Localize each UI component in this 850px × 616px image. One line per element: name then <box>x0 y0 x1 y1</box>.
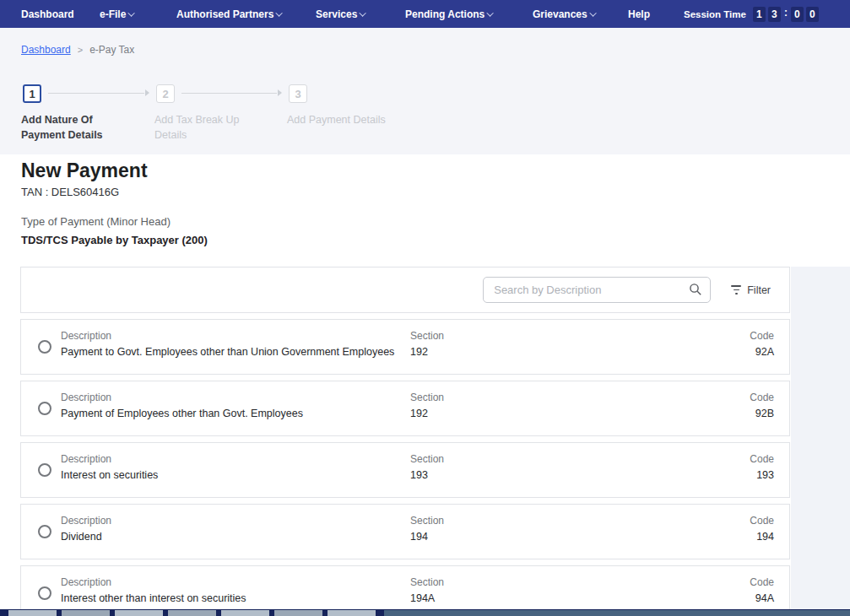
section-value: 194A <box>410 592 673 604</box>
step-2-label: Add Tax Break Up Details <box>154 112 260 143</box>
section-label: Section <box>410 330 673 342</box>
description-cell: DescriptionInterest on securities <box>61 443 410 497</box>
code-value: 94A <box>673 592 774 604</box>
breadcrumb-dashboard-link[interactable]: Dashboard <box>21 44 71 56</box>
code-value: 194 <box>673 531 774 543</box>
description-value: Dividend <box>61 531 410 543</box>
section-label: Section <box>410 576 673 588</box>
section-value: 194 <box>410 531 673 543</box>
code-label: Code <box>673 392 774 403</box>
chevron-down-icon <box>360 9 366 16</box>
session-timer: Session Time 13:00 <box>684 0 819 28</box>
section-label: Section <box>410 515 673 527</box>
section-cell: Section193 <box>410 443 673 497</box>
nav-item-label: Pending Actions <box>405 8 485 20</box>
section-cell: Section192 <box>410 320 673 374</box>
taskbar-segment <box>384 610 850 616</box>
search-icon[interactable] <box>689 283 702 296</box>
taskbar-segment <box>115 610 163 616</box>
breadcrumb: Dashboard > e-Pay Tax <box>21 44 134 56</box>
description-value: Payment of Employees other than Govt. Em… <box>61 408 410 419</box>
taskbar-segment <box>274 610 322 616</box>
code-label: Code <box>673 515 774 527</box>
taskbar-segment <box>221 610 269 616</box>
breadcrumb-current: e-Pay Tax <box>89 44 134 56</box>
code-cell: Code92B <box>673 381 774 435</box>
nav-item-e-file[interactable]: e-File <box>100 0 135 28</box>
session-timer-digits: 13:00 <box>753 7 819 22</box>
nav-item-authorised-partners[interactable]: Authorised Partners <box>176 0 283 28</box>
nav-item-label: Services <box>316 8 357 20</box>
description-label: Description <box>61 515 410 527</box>
taskbar-segment <box>168 610 216 616</box>
description-label: Description <box>61 453 410 465</box>
table-row[interactable]: DescriptionInterest other than interest … <box>20 565 790 616</box>
filter-button[interactable]: Filter <box>731 284 771 296</box>
step-connector <box>48 93 144 94</box>
step-3-box: 3 <box>289 84 307 103</box>
search-input[interactable] <box>483 277 711 303</box>
step-1-label: Add Nature Of Payment Details <box>21 112 127 143</box>
code-cell: Code193 <box>673 443 774 497</box>
description-label: Description <box>61 330 410 342</box>
row-radio-button[interactable] <box>38 402 51 415</box>
section-value: 192 <box>410 408 673 419</box>
section-label: Section <box>410 453 673 465</box>
table-row[interactable]: DescriptionPayment of Employees other th… <box>20 381 790 436</box>
nav-item-services[interactable]: Services <box>316 0 366 28</box>
nav-item-label: Authorised Partners <box>176 8 273 20</box>
timer-digit: 0 <box>791 7 804 22</box>
taskbar-segment <box>62 610 110 616</box>
step-3-label: Add Payment Details <box>287 112 393 127</box>
row-radio-button[interactable] <box>38 340 51 354</box>
chevron-down-icon <box>487 9 494 16</box>
code-value: 193 <box>673 469 774 481</box>
description-value: Interest other than interest on securiti… <box>61 592 410 604</box>
search-field-wrap <box>483 277 711 303</box>
page-title: New Payment <box>21 159 148 182</box>
chevron-down-icon <box>276 9 283 16</box>
section-cell: Section192 <box>410 381 673 435</box>
chevron-down-icon <box>589 9 596 16</box>
nav-item-dashboard[interactable]: Dashboard <box>21 0 74 28</box>
filter-label: Filter <box>747 284 771 296</box>
nav-item-grievances[interactable]: Grievances <box>533 0 597 28</box>
filter-icon <box>731 285 741 294</box>
section-cell: Section194 <box>410 505 673 559</box>
description-label: Description <box>61 576 410 588</box>
description-value: Interest on securities <box>61 469 410 481</box>
step-connector-arrow-icon <box>278 89 282 96</box>
description-cell: DescriptionPayment of Employees other th… <box>61 381 410 435</box>
step-connector-arrow-icon <box>145 89 149 96</box>
section-label: Section <box>410 392 673 403</box>
code-label: Code <box>673 330 774 342</box>
taskbar-edge <box>0 609 850 616</box>
nav-item-label: e-File <box>100 8 126 20</box>
step-connector <box>181 93 277 94</box>
nav-item-label: Dashboard <box>21 8 74 20</box>
nav-item-label: Grievances <box>533 8 587 20</box>
code-value: 92A <box>673 346 774 358</box>
nav-item-help[interactable]: Help <box>628 0 650 28</box>
row-radio-button[interactable] <box>38 586 51 600</box>
taskbar-segment <box>328 610 376 616</box>
code-cell: Code92A <box>673 320 774 374</box>
minor-head-label: Type of Payment (Minor Head) <box>21 215 171 228</box>
right-gutter <box>791 267 850 609</box>
table-row[interactable]: DescriptionInterest on securitiesSection… <box>20 442 790 498</box>
session-time-label: Session Time <box>684 9 746 19</box>
row-radio-button[interactable] <box>38 525 51 538</box>
table-row[interactable]: DescriptionPayment to Govt. Employees ot… <box>20 319 790 375</box>
top-navbar: Dashboarde-FileAuthorised PartnersServic… <box>0 0 850 28</box>
description-cell: DescriptionPayment to Govt. Employees ot… <box>61 320 410 374</box>
minor-head-value: TDS/TCS Payable by Taxpayer (200) <box>21 234 208 246</box>
timer-colon: : <box>783 7 788 22</box>
row-radio-button[interactable] <box>38 463 51 477</box>
section-value: 193 <box>410 469 673 481</box>
step-1-box: 1 <box>23 84 41 103</box>
code-label: Code <box>673 576 774 588</box>
nav-item-pending-actions[interactable]: Pending Actions <box>405 0 494 28</box>
code-cell: Code194 <box>673 505 774 559</box>
table-row[interactable]: DescriptionDividendSection194Code194 <box>20 504 790 559</box>
description-value: Payment to Govt. Employees other than Un… <box>61 346 410 358</box>
